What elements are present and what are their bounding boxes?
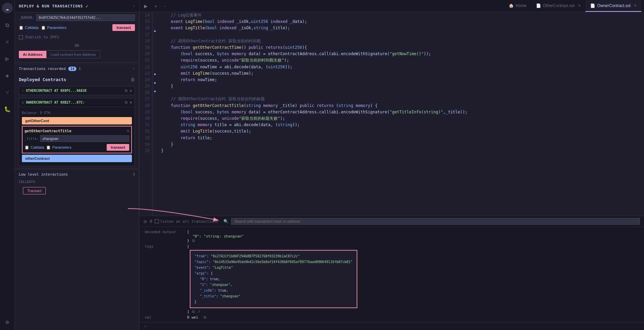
code-line-26 [161, 89, 640, 96]
deploy-header: DEPLOY & RUN TRANSACTIONS ✓ › [15, 0, 139, 12]
ownercontract-item: ∨ OWNERCONTRACT AT 0XB27...07C: ⧉ ✕ Bala… [19, 98, 135, 166]
deployed-contracts-title: Deployed Contracts [19, 77, 66, 82]
low-level-info-icon[interactable]: ℹ [133, 172, 135, 177]
ownercontract-tab-close[interactable]: ✕ [634, 4, 637, 7]
baddr-value: 0x0fC5025C764cE34df352757e82... [36, 14, 135, 21]
publish-row: Publish to IPFS [15, 32, 139, 42]
decoded-output-label: decoded output [145, 230, 182, 243]
expand-console-button[interactable]: › [145, 324, 146, 329]
info-icon[interactable]: ℹ [79, 66, 81, 71]
othercontract-tab-close[interactable]: ✕ [578, 4, 581, 7]
log-from-value: "0x27A31f1b0AF29468B7F582768f03239b1aC07… [211, 254, 300, 258]
listen-checkbox[interactable] [155, 219, 159, 223]
console-search-input[interactable] [231, 218, 640, 225]
othercontract-header[interactable]: › OTHERCONTRACT AT 0X0FC...9A83E ⧉ ✕ [19, 86, 135, 95]
code-line-22: uint256 nowTime = abi.decode(data, (uint… [161, 64, 640, 70]
log-entry-box: "from": "0x27A31f1b0AF29468B7F582768f032… [190, 250, 357, 308]
val-label: val [145, 315, 182, 320]
calldata-params-row: 📋 Calldata 📋 Parameters transact [15, 23, 139, 32]
sidebar: ☁ ⧉ ⌕ ▷ ◈ ⑂ 🐛 ⚙ [0, 0, 15, 330]
deploy-panel: DEPLOY & RUN TRANSACTIONS ✓ › _BADDR: 0x… [15, 0, 139, 330]
othercontract-tab-label: OtherContract.sol [543, 3, 575, 8]
expand-transactions-icon[interactable]: › [133, 66, 135, 71]
git-icon[interactable]: ⑂ [2, 87, 13, 98]
console-count: 0 [150, 219, 152, 224]
calldata-icon: 📋 [19, 26, 24, 30]
params-label: Parameters [47, 26, 66, 30]
transactions-row: Transactions recorded 14 ℹ › [15, 63, 139, 74]
copy-icon[interactable]: ⧉ [125, 88, 128, 93]
baddr-label: _BADDR: [19, 15, 34, 20]
logs-label: logs [145, 244, 182, 314]
publish-checkbox[interactable] [19, 35, 23, 39]
title-calldata-button[interactable]: 📋 Calldata [25, 145, 44, 150]
clear-console-button[interactable]: ⊘ [143, 219, 147, 224]
code-line-35: } [161, 148, 640, 154]
settings-icon[interactable]: ⚙ [2, 317, 13, 327]
title-params-button[interactable]: 📋 Parameters [46, 145, 71, 150]
code-line-20: (bool success, bytes memory data) = othe… [161, 51, 640, 57]
code-area: 14151617 18192021 22232425 26272829 3031… [139, 12, 644, 216]
load-contract-button[interactable]: Load contract from Address [46, 50, 100, 59]
trash-icon[interactable]: 🗑 [131, 77, 135, 82]
debug-icon[interactable]: 🐛 [2, 104, 13, 114]
calldata-button[interactable]: 📋 Calldata [19, 26, 38, 30]
othercontract-item: › OTHERCONTRACT AT 0X0FC...9A83E ⧉ ✕ [19, 86, 135, 95]
val-copy-button[interactable]: ⧉ [204, 315, 206, 320]
deploy-title-text: DEPLOY & RUN TRANSACTIONS [19, 4, 83, 8]
title-method-actions: 📋 Calldata 📋 Parameters transact [25, 144, 129, 151]
chevron-expanded-icon: ∨ [22, 101, 24, 104]
code-line-21: require(success, unicode"获取当前的时间戳失败"); [161, 57, 640, 64]
othercontract-method-button[interactable]: otherContract [22, 155, 132, 162]
chevron-right-icon[interactable]: › [133, 4, 135, 8]
transact-button[interactable]: transact [112, 24, 135, 31]
logs-copy-button[interactable]: ⧉ [192, 309, 195, 314]
getothercontract-button[interactable]: getOtherCont [22, 117, 132, 124]
params-icon: 📋 [41, 26, 46, 30]
code-line-31: string memory title = abi.decode(data, (… [161, 122, 640, 128]
tab-home[interactable]: 🏠 Home [504, 0, 531, 12]
decoded-output-value: [ "0": "string: zhangsan" } ⧉ [187, 230, 244, 243]
zoom-in-button[interactable]: + [152, 3, 159, 9]
code-line-15: event LogTime(bool indexed _isOk,uint256… [161, 19, 640, 25]
copy-owner-icon[interactable]: ⧉ [125, 100, 128, 105]
title-input-field[interactable] [40, 135, 129, 142]
ownercontract-header[interactable]: ∨ OWNERCONTRACT AT 0XB27...07C: ⧉ ✕ [19, 98, 135, 107]
check-icon: ✓ [86, 3, 89, 9]
log-args-key: "args" [194, 271, 207, 275]
deployed-contracts-header: Deployed Contracts 🗑 [15, 74, 139, 85]
code-line-34: } [161, 141, 640, 148]
close-owner-icon[interactable]: ✕ [130, 100, 132, 105]
deploy-icon[interactable]: ▷ [2, 53, 13, 64]
console-area: ⊘ 0 listen on all transactions 🔍 decoded… [139, 216, 644, 330]
files-icon[interactable]: ⧉ [2, 20, 13, 30]
log-topic: "topic": "0x14533a96e45de9b42c56e5b0af24… [194, 259, 353, 265]
title-input-row: _title: [25, 135, 129, 142]
log-topic-key: "topic" [194, 260, 209, 264]
code-line-29: (bool success, bytes memory data) = othe… [161, 109, 640, 115]
ownercontract-expanded: Balance: 0 ETH getOtherCont getOtherCont… [19, 107, 135, 166]
at-address-button[interactable]: At Address [19, 51, 46, 58]
search-icon[interactable]: ⌕ [2, 36, 13, 47]
logs-expand-button[interactable]: ⤢ [198, 309, 201, 314]
low-transact-button[interactable]: Transact [23, 187, 46, 194]
title-transact-button[interactable]: transact [107, 144, 129, 151]
parameters-button[interactable]: 📋 Parameters [41, 26, 66, 30]
code-line-14: // Log记着事件 [161, 12, 640, 19]
main-area: ▶ + - 🏠 Home 📄 OtherContract.sol ✕ 📄 Own… [139, 0, 644, 330]
chevron-collapsed-icon: › [22, 89, 24, 93]
log-event: "event": "LogTitle" [194, 265, 353, 270]
log-args-title: "_title": "zhangsan" [200, 293, 353, 299]
plugin-icon[interactable]: ◈ [2, 70, 13, 81]
decoded-copy-button[interactable]: ⧉ [192, 239, 195, 243]
close-contract-icon[interactable]: ✕ [130, 88, 132, 93]
run-button[interactable]: ▶ [142, 3, 150, 9]
zoom-out-button[interactable]: - [162, 3, 168, 9]
log-args-isok: "_isOk": true, [200, 288, 353, 293]
tab-othercontract[interactable]: 📄 OtherContract.sol ✕ [531, 0, 585, 12]
console-search-icon[interactable]: 🔍 [223, 219, 228, 224]
tab-ownercontract[interactable]: 📄 OwnerContract.sol ✕ [585, 0, 641, 12]
ownercontract-tab-icon: 📄 [590, 3, 595, 8]
log-args-1: "1": "zhangsan", [200, 282, 353, 288]
collapse-title-icon[interactable]: ∧ [127, 129, 129, 133]
